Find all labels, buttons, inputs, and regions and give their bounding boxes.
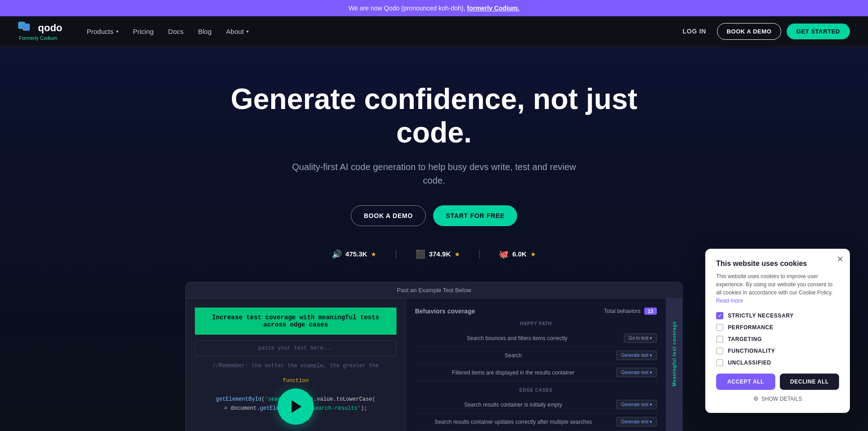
nav-right: LOG IN BOOK A DEMO GET STARTED xyxy=(677,23,850,40)
stat-item-3: 🐙 6.0K ★ xyxy=(499,249,536,259)
stat-divider-2: | xyxy=(478,249,481,259)
test-row: Search results container updates correct… xyxy=(415,413,657,431)
logo-sub: Formerly Codium xyxy=(18,35,62,41)
demo-input-area: paste your test here... xyxy=(195,340,396,356)
hero-buttons: BOOK A DEMO START FOR FREE xyxy=(9,205,859,226)
stat-item-2: ⬛ 374.9K ★ xyxy=(415,249,460,259)
star-icon-2: ★ xyxy=(454,251,460,258)
stat-value-3: 6.0K xyxy=(512,250,527,258)
test-row: Filtered items are displayed in the resu… xyxy=(415,364,657,381)
nav-pricing[interactable]: Pricing xyxy=(127,24,160,39)
banner-text: We are now Qodo (pronounced koh-doh), xyxy=(349,5,467,12)
start-free-button[interactable]: START FOR FREE xyxy=(433,205,517,226)
demo-input-hint: //Remember: the better the example, the … xyxy=(195,363,396,369)
stat-divider-1: | xyxy=(395,249,397,259)
nav-links: Products ▾ Pricing Docs Blog About ▾ xyxy=(80,24,677,39)
go-to-test-button[interactable]: Go to test ▾ xyxy=(624,333,657,343)
banner-link[interactable]: formerly Codium. xyxy=(467,5,519,12)
logo-link[interactable]: qodo Formerly Codium xyxy=(18,22,62,41)
test-row: Search Generate test ▾ xyxy=(415,347,657,364)
cookie-close-button[interactable]: ✕ xyxy=(837,255,844,263)
nav-products[interactable]: Products ▾ xyxy=(80,24,125,39)
demo-inner: Increase test coverage with meaningful t… xyxy=(186,298,682,431)
cookie-checkbox-functionality[interactable] xyxy=(716,347,723,355)
products-chevron-icon: ▾ xyxy=(116,29,118,34)
cookie-option-necessary: STRICTLY NECESSARY xyxy=(716,312,839,319)
star-icon-3: ★ xyxy=(530,251,536,258)
test-row: Search results container is initially em… xyxy=(415,396,657,413)
get-started-button[interactable]: GET STARTED xyxy=(787,24,850,39)
stat-value-1: 475.3K xyxy=(345,250,367,258)
gear-icon: ⚙ xyxy=(753,395,759,402)
demo-area: Past an Example Test Below Increase test… xyxy=(185,282,683,431)
total-behaviors-label: Total behaviors xyxy=(604,308,641,314)
cookie-title: This website uses cookies xyxy=(716,260,839,268)
test-row: Search bounces and filters items correct… xyxy=(415,330,657,347)
svg-rect-3 xyxy=(23,24,30,31)
cookie-option-performance: PERFORMANCE xyxy=(716,324,839,331)
cookie-option-functionality: FUNCTIONALITY xyxy=(716,347,839,355)
cookie-checkbox-unclassified[interactable] xyxy=(716,359,723,366)
code-line: function xyxy=(195,376,396,385)
generate-test-button[interactable]: Generate test ▾ xyxy=(616,350,657,360)
cookie-read-more-link[interactable]: Read more xyxy=(716,298,743,304)
stat-item-1: 🔊 475.3K ★ xyxy=(332,249,377,259)
stat-icon-1: 🔊 xyxy=(332,249,342,259)
demo-green-bar: Increase test coverage with meaningful t… xyxy=(195,308,396,335)
qodo-logo-icon xyxy=(18,22,34,34)
book-demo-button-nav[interactable]: BOOK A DEMO xyxy=(717,23,781,40)
edge-cases-label: EDGE CASES xyxy=(415,388,657,393)
nav-blog[interactable]: Blog xyxy=(192,24,218,39)
generate-test-button[interactable]: Generate test ▾ xyxy=(616,368,657,377)
cookie-banner: ✕ This website uses cookies This website… xyxy=(705,249,850,413)
nav-about[interactable]: About ▾ xyxy=(220,24,255,39)
accept-all-button[interactable]: ACCEPT ALL xyxy=(716,374,775,390)
behaviors-count: 13 xyxy=(644,308,657,315)
demo-top-bar: Past an Example Test Below xyxy=(186,282,682,298)
play-triangle-icon xyxy=(292,400,302,413)
demo-input-placeholder: paste your test here... xyxy=(258,345,333,351)
cookie-option-unclassified: UNCLASSIFIED xyxy=(716,359,839,366)
nav-docs[interactable]: Docs xyxy=(162,24,190,39)
book-demo-button-hero[interactable]: BOOK A DEMO xyxy=(351,205,426,226)
play-button[interactable] xyxy=(278,388,314,425)
about-chevron-icon: ▾ xyxy=(246,29,249,34)
test-text: Search xyxy=(415,352,612,359)
hero-headline: Generate confidence, not just code. xyxy=(231,83,637,149)
login-button[interactable]: LOG IN xyxy=(677,24,712,38)
generate-test-button[interactable]: Generate test ▾ xyxy=(616,400,657,409)
test-text: Search results container is initially em… xyxy=(415,402,612,408)
hero-subheadline: Quality-first AI code generation to help… xyxy=(287,160,581,187)
decline-all-button[interactable]: DECLINE ALL xyxy=(780,374,839,390)
demo-code-panel: Increase test coverage with meaningful t… xyxy=(186,298,406,431)
show-details-row[interactable]: ⚙ SHOW DETAILS xyxy=(716,395,839,402)
top-banner: We are now Qodo (pronounced koh-doh), fo… xyxy=(0,0,868,16)
logo-text: qodo xyxy=(38,22,62,34)
test-text: Search results container updates correct… xyxy=(415,419,612,425)
cookie-checkbox-performance[interactable] xyxy=(716,324,723,331)
demo-right-sidebar: Meaningful test coverage xyxy=(666,298,682,431)
github-icon: 🐙 xyxy=(499,249,509,259)
cookie-checkbox-targeting[interactable] xyxy=(716,336,723,343)
navbar: qodo Formerly Codium Products ▾ Pricing … xyxy=(0,16,868,47)
cookie-buttons: ACCEPT ALL DECLINE ALL xyxy=(716,374,839,390)
behaviors-title: Behaviors coverage xyxy=(415,308,475,315)
test-text: Filtered items are displayed in the resu… xyxy=(415,369,612,376)
star-icon-1: ★ xyxy=(371,251,377,258)
stat-icon-2: ⬛ xyxy=(415,249,425,259)
generate-test-button[interactable]: Generate test ▾ xyxy=(616,417,657,426)
happy-path-label: HAPPY PATH xyxy=(415,321,657,326)
test-text: Search bounces and filters items correct… xyxy=(415,335,619,341)
demo-behaviors-panel: Behaviors coverage Total behaviors 13 HA… xyxy=(406,298,666,431)
show-details-label: SHOW DETAILS xyxy=(761,396,802,402)
behaviors-header: Behaviors coverage Total behaviors 13 xyxy=(415,308,657,315)
cookie-description: This website uses cookies to improve use… xyxy=(716,272,839,305)
stat-value-2: 374.9K xyxy=(429,250,451,258)
cookie-option-targeting: TARGETING xyxy=(716,336,839,343)
cookie-checkbox-necessary[interactable] xyxy=(716,312,723,319)
sidebar-label: Meaningful test coverage xyxy=(672,317,677,391)
